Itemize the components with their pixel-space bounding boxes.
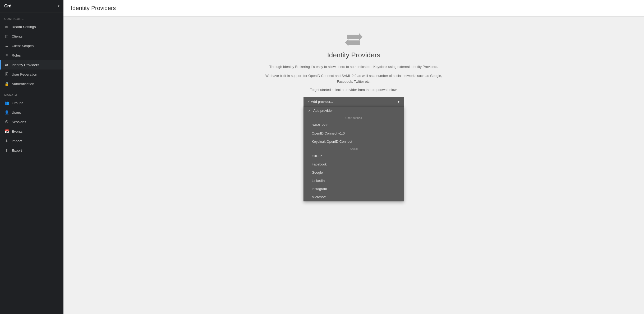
arrows-svg bbox=[344, 33, 363, 46]
sidebar-item-label-user-federation: User Federation bbox=[12, 72, 37, 76]
dropdown-option-saml-v2[interactable]: SAML v2.0 bbox=[304, 121, 404, 129]
roles-icon: ≡ bbox=[4, 53, 9, 58]
sidebar-item-roles[interactable]: ≡ Roles bbox=[0, 50, 63, 60]
configure-section-label: Configure bbox=[0, 12, 63, 22]
dropdown-chevron-icon: ▼ bbox=[397, 100, 400, 104]
dropdown-menu: Add provider...User-definedSAML v2.0Open… bbox=[303, 106, 404, 201]
dropdown-trigger-button[interactable]: ✓ Add provider... ▼ bbox=[303, 97, 404, 106]
sidebar: Crd ▾ Configure ⊞ Realm Settings ◫ Clien… bbox=[0, 0, 63, 314]
dropdown-option-github[interactable]: GitHub bbox=[304, 152, 404, 160]
sidebar-item-sessions[interactable]: ⏱ Sessions bbox=[0, 117, 63, 127]
realm-settings-icon: ⊞ bbox=[4, 24, 9, 29]
dropdown-option-add-provider[interactable]: Add provider... bbox=[304, 107, 404, 115]
main-content: Identity Providers Through Identity Brok… bbox=[63, 17, 644, 314]
sidebar-item-events[interactable]: 📅 Events bbox=[0, 127, 63, 136]
center-description-2: We have built-in support for OpenID Conn… bbox=[261, 73, 446, 85]
sidebar-item-realm-settings[interactable]: ⊞ Realm Settings bbox=[0, 22, 63, 31]
sidebar-item-import[interactable]: ⬇ Import bbox=[0, 136, 63, 146]
dropdown-option-keycloak-openid[interactable]: Keycloak OpenID Connect bbox=[304, 137, 404, 146]
sidebar-item-authentication[interactable]: 🔒 Authentication bbox=[0, 79, 63, 89]
events-icon: 📅 bbox=[4, 129, 9, 134]
dropdown-option-instagram[interactable]: Instagram bbox=[304, 185, 404, 193]
realm-chevron: ▾ bbox=[58, 4, 59, 8]
dropdown-selected-label: ✓ Add provider... bbox=[307, 100, 333, 104]
center-title: Identity Providers bbox=[327, 51, 380, 59]
sidebar-item-label-events: Events bbox=[12, 130, 22, 133]
center-description-1: Through Identity Brokering it's easy to … bbox=[269, 64, 438, 70]
sidebar-item-identity-providers[interactable]: ⇄ Identity Providers bbox=[0, 60, 63, 70]
clients-icon: ◫ bbox=[4, 34, 9, 39]
sidebar-item-label-realm-settings: Realm Settings bbox=[12, 25, 36, 29]
main-content-area: Identity Providers Identity Providers Th… bbox=[63, 0, 644, 314]
client-scopes-icon: ☁ bbox=[4, 43, 9, 48]
sidebar-item-clients[interactable]: ◫ Clients bbox=[0, 31, 63, 41]
export-icon: ⬆ bbox=[4, 148, 9, 153]
dropdown-option-microsoft[interactable]: Microsoft bbox=[304, 193, 404, 201]
sidebar-item-label-export: Export bbox=[12, 149, 22, 153]
dropdown-option-openid-connect-v1[interactable]: OpenID Connect v1.0 bbox=[304, 129, 404, 137]
sidebar-item-label-users: Users bbox=[12, 110, 21, 114]
sidebar-item-label-import: Import bbox=[12, 139, 22, 143]
groups-icon: 👥 bbox=[4, 100, 9, 105]
dropdown-option-linkedin[interactable]: LinkedIn bbox=[304, 177, 404, 185]
sidebar-item-label-client-scopes: Client Scopes bbox=[12, 44, 34, 48]
users-icon: 👤 bbox=[4, 110, 9, 115]
sidebar-item-label-authentication: Authentication bbox=[12, 82, 34, 86]
sessions-icon: ⏱ bbox=[4, 119, 9, 124]
identity-providers-icon: ⇄ bbox=[4, 62, 9, 67]
sidebar-item-label-identity-providers: Identity Providers bbox=[12, 63, 39, 67]
sidebar-item-label-clients: Clients bbox=[12, 34, 22, 38]
sidebar-item-export[interactable]: ⬆ Export bbox=[0, 146, 63, 155]
center-prompt: To get started select a provider from th… bbox=[310, 88, 398, 92]
sidebar-item-client-scopes[interactable]: ☁ Client Scopes bbox=[0, 41, 63, 50]
realm-name: Crd bbox=[4, 4, 12, 8]
sidebar-item-groups[interactable]: 👥 Groups bbox=[0, 98, 63, 108]
sidebar-item-user-federation[interactable]: 🗄 User Federation bbox=[0, 70, 63, 79]
center-panel: Identity Providers Through Identity Brok… bbox=[261, 33, 446, 106]
identity-providers-icon bbox=[344, 33, 363, 46]
page-title: Identity Providers bbox=[71, 5, 637, 12]
sidebar-item-label-sessions: Sessions bbox=[12, 120, 26, 124]
realm-selector[interactable]: Crd ▾ bbox=[0, 0, 63, 12]
authentication-icon: 🔒 bbox=[4, 81, 9, 86]
dropdown-category-social: Social bbox=[304, 146, 404, 152]
svg-marker-0 bbox=[347, 33, 362, 40]
dropdown-option-facebook[interactable]: Facebook bbox=[304, 160, 404, 168]
main-header: Identity Providers bbox=[63, 0, 644, 17]
dropdown-option-google[interactable]: Google bbox=[304, 168, 404, 177]
dropdown-category-user-defined: User-defined bbox=[304, 115, 404, 121]
import-icon: ⬇ bbox=[4, 138, 9, 143]
sidebar-item-label-groups: Groups bbox=[12, 101, 23, 105]
add-provider-dropdown[interactable]: ✓ Add provider... ▼ Add provider...User-… bbox=[303, 97, 404, 106]
svg-marker-1 bbox=[345, 39, 360, 46]
sidebar-item-label-roles: Roles bbox=[12, 53, 21, 57]
sidebar-item-users[interactable]: 👤 Users bbox=[0, 108, 63, 117]
manage-section-label: Manage bbox=[0, 89, 63, 98]
user-federation-icon: 🗄 bbox=[4, 72, 9, 77]
